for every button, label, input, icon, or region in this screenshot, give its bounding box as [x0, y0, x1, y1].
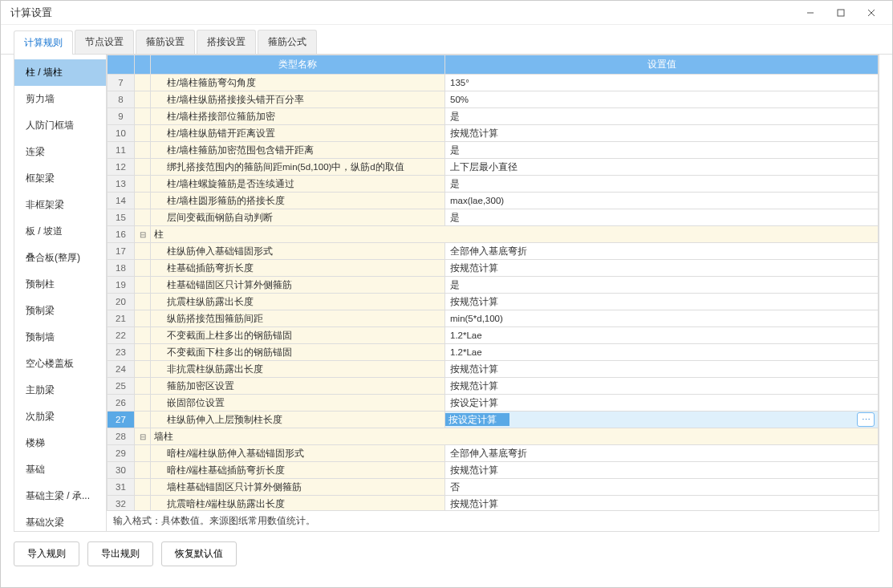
table-row[interactable]: 7柱/墙柱箍筋弯勾角度135°	[108, 75, 879, 91]
rule-value[interactable]: 50%	[445, 91, 879, 108]
sidebar-item[interactable]: 预制梁	[14, 298, 106, 324]
rule-value[interactable]: 否	[445, 479, 879, 496]
value-input[interactable]	[445, 413, 509, 426]
table-row[interactable]: 27柱纵筋伸入上层预制柱长度⋯	[108, 412, 879, 428]
table-row[interactable]: 10柱/墙柱纵筋错开距离设置按规范计算	[108, 125, 879, 142]
table-row[interactable]: 18柱基础插筋弯折长度按规范计算	[108, 260, 879, 277]
import-rules-button[interactable]: 导入规则	[14, 541, 79, 566]
tree-header	[135, 55, 151, 75]
sidebar-item[interactable]: 预制柱	[14, 271, 106, 298]
rule-value[interactable]: 1.2*Lae	[445, 327, 879, 344]
rule-name: 柱纵筋伸入基础锚固形式	[151, 243, 445, 260]
table-row[interactable]: 32抗震暗柱/端柱纵筋露出长度按规范计算	[108, 496, 879, 511]
table-row[interactable]: 15层间变截面钢筋自动判断是	[108, 209, 879, 226]
sidebar-item[interactable]: 基础	[14, 456, 106, 483]
tab-stirrup-formula[interactable]: 箍筋公式	[258, 30, 317, 54]
table-row[interactable]: 31墙柱基础锚固区只计算外侧箍筋否	[108, 479, 879, 496]
sidebar-item[interactable]: 柱 / 墙柱	[14, 59, 106, 86]
close-button[interactable]	[857, 3, 886, 22]
table-scroll[interactable]: 类型名称 设置值 7柱/墙柱箍筋弯勾角度135°8柱/墙柱纵筋搭接接头错开百分率…	[107, 55, 879, 510]
collapse-toggle-icon[interactable]: ⊟	[135, 226, 151, 243]
rule-value[interactable]: 按规范计算	[445, 378, 879, 395]
rule-value[interactable]: 按规范计算	[445, 496, 879, 511]
rule-value[interactable]: 是	[445, 277, 879, 294]
table-row[interactable]: 17柱纵筋伸入基础锚固形式全部伸入基底弯折	[108, 243, 879, 260]
sidebar-item[interactable]: 框架梁	[14, 165, 106, 192]
rule-value[interactable]: 是	[445, 108, 879, 125]
sidebar-item[interactable]: 剪力墙	[14, 86, 106, 112]
rule-value[interactable]: 全部伸入基底弯折	[445, 243, 879, 260]
table-row[interactable]: 24非抗震柱纵筋露出长度按规范计算	[108, 361, 879, 378]
sidebar-item[interactable]: 板 / 坡道	[14, 218, 106, 245]
tree-spacer	[135, 176, 151, 193]
table-row[interactable]: 26嵌固部位设置按设定计算	[108, 395, 879, 412]
table-row[interactable]: 30暗柱/端柱基础插筋弯折长度按规范计算	[108, 462, 879, 479]
tree-spacer	[135, 361, 151, 378]
table-row[interactable]: 19柱基础锚固区只计算外侧箍筋是	[108, 277, 879, 294]
table-row[interactable]: 12绑扎搭接范围内的箍筋间距min(5d,100)中，纵筋d的取值上下层最小直径	[108, 159, 879, 176]
rule-value[interactable]: 135°	[445, 75, 879, 91]
more-options-button[interactable]: ⋯	[857, 412, 875, 427]
row-number: 18	[108, 260, 135, 277]
minimize-icon	[806, 9, 814, 17]
table-row[interactable]: 28⊟墙柱	[108, 428, 879, 445]
table-row[interactable]: 20抗震柱纵筋露出长度按规范计算	[108, 294, 879, 310]
row-number: 28	[108, 428, 135, 445]
table-row[interactable]: 8柱/墙柱纵筋搭接接头错开百分率50%	[108, 91, 879, 108]
rule-name: 层间变截面钢筋自动判断	[151, 209, 445, 226]
reset-defaults-button[interactable]: 恢复默认值	[161, 541, 237, 566]
tab-node-settings[interactable]: 节点设置	[75, 30, 134, 54]
table-row[interactable]: 29暗柱/端柱纵筋伸入基础锚固形式全部伸入基底弯折	[108, 445, 879, 462]
row-number: 7	[108, 75, 135, 91]
table-row[interactable]: 13柱/墙柱螺旋箍筋是否连续通过是	[108, 176, 879, 193]
rule-value[interactable]: min(5*d,100)	[445, 310, 879, 327]
rule-value[interactable]: 按规范计算	[445, 294, 879, 310]
sidebar-item[interactable]: 预制墙	[14, 324, 106, 351]
table-row[interactable]: 14柱/墙柱圆形箍筋的搭接长度max(lae,300)	[108, 193, 879, 209]
sidebar-item[interactable]: 人防门框墙	[14, 112, 106, 139]
minimize-button[interactable]	[796, 3, 825, 22]
rule-value[interactable]: 是	[445, 209, 879, 226]
sidebar-item[interactable]: 叠合板(整厚)	[14, 245, 106, 271]
tab-splice-settings[interactable]: 搭接设置	[197, 30, 256, 54]
table-row[interactable]: 23不变截面下柱多出的钢筋锚固1.2*Lae	[108, 344, 879, 361]
tab-stirrup-settings[interactable]: 箍筋设置	[136, 30, 195, 54]
rule-value[interactable]: 按规范计算	[445, 462, 879, 479]
sidebar-item[interactable]: 非框架梁	[14, 192, 106, 218]
table-row[interactable]: 9柱/墙柱搭接部位箍筋加密是	[108, 108, 879, 125]
table-row[interactable]: 22不变截面上柱多出的钢筋锚固1.2*Lae	[108, 327, 879, 344]
sidebar-item[interactable]: 次肋梁	[14, 403, 106, 430]
sidebar-item[interactable]: 基础主梁 / 承...	[14, 483, 106, 509]
row-number: 17	[108, 243, 135, 260]
rule-value[interactable]: 是	[445, 142, 879, 159]
tab-calc-rules[interactable]: 计算规则	[14, 30, 73, 55]
rule-value[interactable]: 按设定计算	[445, 395, 879, 412]
sidebar-item[interactable]: 基础次梁	[14, 509, 106, 531]
rule-name: 墙柱基础锚固区只计算外侧箍筋	[151, 479, 445, 496]
rule-value[interactable]: 1.2*Lae	[445, 344, 879, 361]
row-number: 14	[108, 193, 135, 209]
sidebar-item[interactable]: 连梁	[14, 139, 106, 165]
table-row[interactable]: 11柱/墙柱箍筋加密范围包含错开距离是	[108, 142, 879, 159]
sidebar-item[interactable]: 楼梯	[14, 430, 106, 456]
row-number: 22	[108, 327, 135, 344]
rule-value[interactable]: 按规范计算	[445, 361, 879, 378]
sidebar-item[interactable]: 主肋梁	[14, 377, 106, 403]
rule-name: 柱/墙柱搭接部位箍筋加密	[151, 108, 445, 125]
collapse-toggle-icon[interactable]: ⊟	[135, 428, 151, 445]
table-row[interactable]: 21纵筋搭接范围箍筋间距min(5*d,100)	[108, 310, 879, 327]
maximize-button[interactable]	[826, 3, 855, 22]
rule-value[interactable]: max(lae,300)	[445, 193, 879, 209]
sidebar-item[interactable]: 空心楼盖板	[14, 351, 106, 377]
rule-value[interactable]: ⋯	[445, 412, 879, 428]
rule-name: 柱/墙柱箍筋弯勾角度	[151, 75, 445, 91]
rule-value[interactable]: 是	[445, 176, 879, 193]
sidebar[interactable]: 柱 / 墙柱剪力墙人防门框墙连梁框架梁非框架梁板 / 坡道叠合板(整厚)预制柱预…	[14, 55, 107, 531]
table-row[interactable]: 16⊟柱	[108, 226, 879, 243]
rule-value[interactable]: 按规范计算	[445, 125, 879, 142]
export-rules-button[interactable]: 导出规则	[87, 541, 153, 566]
rule-value[interactable]: 全部伸入基底弯折	[445, 445, 879, 462]
rule-value[interactable]: 按规范计算	[445, 260, 879, 277]
rule-value[interactable]: 上下层最小直径	[445, 159, 879, 176]
table-row[interactable]: 25箍筋加密区设置按规范计算	[108, 378, 879, 395]
